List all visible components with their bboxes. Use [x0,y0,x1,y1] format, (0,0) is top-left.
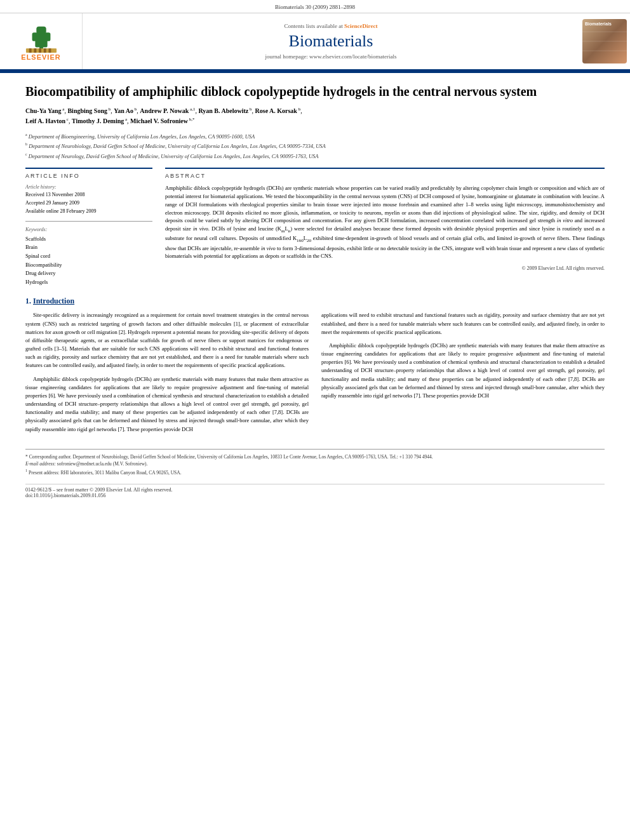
journal-homepage: journal homepage: www.elsevier.com/locat… [265,53,397,60]
article-info-header: ARTICLE INFO [25,173,152,179]
svg-rect-6 [34,48,36,53]
author-9: Michael V. Sofroniew [130,118,188,125]
intro-left-col: Site-specific delivery is increasingly r… [25,311,309,438]
abstract-section: ABSTRACT Amphiphilic diblock copolypepti… [165,168,605,271]
intro-para-2: Amphiphilic diblock copolypeptide hydrog… [25,375,309,434]
info-abstract-section: ARTICLE INFO Article history: Received 1… [25,168,605,286]
author-3: Yan Ao [114,107,133,114]
footnote-1: * Corresponding author. Department of Ne… [25,453,605,460]
abstract-text: Amphiphilic diblock copolypeptide hydrog… [165,184,605,260]
keywords-list: Scaffolds Brain Spinal cord Biocompatibi… [25,235,152,287]
affil-2: b Department of Neurobiology, David Geff… [25,142,605,150]
affil-3: c Department of Neurology, David Geffen … [25,152,605,161]
abstract-header: ABSTRACT [165,173,605,179]
author-2: Bingbing Song [67,107,107,114]
intro-right-col: applications will need to exhibit struct… [321,311,605,438]
author-7: Leif A. Havton [25,118,65,125]
affil-1: a Department of Bioengineering, Universi… [25,132,605,141]
journal-header: ELSEVIER Contents lists available at Sci… [0,13,630,70]
author-5: Ryan B. Abelowitz [198,107,248,114]
author-8: Timothy J. Deming [72,118,124,125]
svg-rect-5 [29,48,31,53]
info-divider [25,221,152,222]
author-1: Chu-Ya Yang [25,107,62,114]
citation-bar: Biomaterials 30 (2009) 2881–2898 [0,0,630,13]
svg-rect-7 [39,48,41,53]
affiliations: a Department of Bioengineering, Universi… [25,132,605,161]
date-received: Received 13 November 2008 Accepted 29 Ja… [25,191,152,215]
section-title: 1. Introduction [25,297,605,306]
intro-para-1: Site-specific delivery is increasingly r… [25,311,309,370]
journal-badge: Biomaterials [582,19,627,63]
elsevier-logo-area: ELSEVIER [0,13,83,69]
main-content: Biocompatibility of amphiphilic diblock … [0,73,630,511]
svg-rect-3 [36,27,46,34]
sciencedirect-line: Contents lists available at ScienceDirec… [285,23,378,29]
citation-text: Biomaterials 30 (2009) 2881–2898 [275,4,355,10]
footnote-2: 1 Present address: RHI laboratories, 301… [25,467,605,476]
history-label: Article history: [25,184,152,190]
introduction-section: 1. Introduction Site-specific delivery i… [25,297,605,438]
sciencedirect-link[interactable]: ScienceDirect [344,23,377,29]
journal-title-area: Contents lists available at ScienceDirec… [83,13,579,69]
badge-text: Biomaterials [585,22,612,26]
article-info-col: ARTICLE INFO Article history: Received 1… [25,168,152,286]
abstract-col: ABSTRACT Amphiphilic diblock copolypepti… [165,168,605,286]
journal-badge-area: Biomaterials [579,13,630,69]
keywords-label: Keywords: [25,227,152,232]
copyright-text: © 2009 Elsevier Ltd. All rights reserved… [165,265,605,271]
journal-title: Biomaterials [289,32,373,51]
article-title: Biocompatibility of amphiphilic diblock … [25,83,605,100]
authors-list: Chu-Ya Yang a, Bingbing Song b, Yan Ao b… [25,106,605,127]
intro-right-para-1: applications will need to exhibit struct… [321,311,605,337]
author-6: Rose A. Korsak [255,107,297,114]
footnote-email: E-mail address: sofroniew@mednet.ucla.ed… [25,460,605,467]
introduction-body: Site-specific delivery is increasingly r… [25,311,605,438]
elsevier-logo: ELSEVIER [21,22,60,61]
svg-rect-9 [48,48,51,53]
svg-rect-8 [43,48,46,53]
issn-line: 0142-9612/$ – see front matter © 2009 El… [25,487,605,493]
elsevier-tree-icon [22,22,60,53]
doi-line: doi:10.1016/j.biomaterials.2009.01.056 [25,493,605,498]
svg-rect-2 [32,32,50,41]
author-4: Andrew P. Nowak [140,107,189,114]
footnotes: * Corresponding author. Department of Ne… [25,449,605,476]
intro-right-para-2: Amphiphilic diblock copolypeptide hydrog… [321,342,605,400]
bottom-bar: 0142-9612/$ – see front matter © 2009 El… [25,484,605,498]
article-info-box: ARTICLE INFO Article history: Received 1… [25,168,152,286]
elsevier-name: ELSEVIER [21,53,60,61]
